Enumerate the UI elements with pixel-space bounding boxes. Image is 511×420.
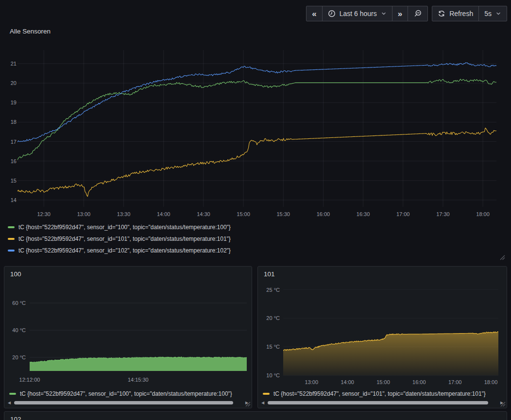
refresh-button[interactable]: Refresh xyxy=(432,6,478,21)
svg-text:20 °C: 20 °C xyxy=(266,315,280,321)
svg-text:15: 15 xyxy=(11,178,17,184)
scrollbar-left-arrow[interactable]: ◀ xyxy=(260,401,266,405)
refresh-interval-label: 5s xyxy=(484,10,492,17)
svg-text:13:00: 13:00 xyxy=(305,379,319,385)
svg-text:14:15:30: 14:15:30 xyxy=(128,377,149,383)
legend-item-sensor-101[interactable]: tC {host="522bf9592d47", sensor_id="101"… xyxy=(263,389,505,399)
panel-title-101[interactable]: 101 xyxy=(264,270,275,278)
panel-title-alle-sensoren[interactable]: Alle Sensoren xyxy=(10,28,51,35)
area-chart-101[interactable]: 10 °C15 °C20 °C25 °C13:0014:0015:0016:00… xyxy=(258,267,507,388)
time-range-group: « Last 6 hours » xyxy=(306,6,428,21)
refresh-group: Refresh 5s xyxy=(432,6,507,21)
legend-label: tC {host="522bf9592d47", sensor_id="100"… xyxy=(20,390,232,397)
svg-text:14:00: 14:00 xyxy=(341,379,354,385)
svg-text:12:12:00: 12:12:00 xyxy=(19,377,40,383)
time-range-picker[interactable]: Last 6 hours xyxy=(322,6,392,21)
legend-label: tC {host="522bf9592d47", sensor_id="100"… xyxy=(18,224,231,231)
panel-title-102[interactable]: 102 xyxy=(10,416,21,420)
series-swatch-100 xyxy=(8,226,15,228)
svg-text:14: 14 xyxy=(11,197,17,203)
panel-102: 102 xyxy=(4,411,507,420)
chevron-down-icon xyxy=(495,11,501,17)
scrollbar-thumb[interactable] xyxy=(268,401,488,404)
svg-text:13:30: 13:30 xyxy=(117,211,131,217)
svg-text:15:00: 15:00 xyxy=(376,379,390,385)
series-swatch-102 xyxy=(8,250,15,252)
svg-text:20: 20 xyxy=(11,80,17,86)
horizontal-scrollbar: ◀ ▶ xyxy=(6,400,250,405)
series-swatch-101 xyxy=(263,393,270,395)
scrollbar-left-arrow[interactable]: ◀ xyxy=(6,401,12,405)
svg-text:17:00: 17:00 xyxy=(448,379,462,385)
series-swatch-101 xyxy=(8,238,15,240)
panel-title-100[interactable]: 100 xyxy=(10,270,21,278)
svg-text:10 °C: 10 °C xyxy=(266,372,280,378)
panel-101: 101 10 °C15 °C20 °C25 °C13:0014:0015:001… xyxy=(257,266,507,408)
time-series-chart-alle-sensoren[interactable]: 141516171819202112:3013:0013:3014:0014:3… xyxy=(4,47,507,219)
svg-text:16: 16 xyxy=(11,158,17,164)
time-range-label: Last 6 hours xyxy=(340,10,377,17)
svg-text:20 °C: 20 °C xyxy=(12,354,26,360)
legend-item-sensor-101[interactable]: tC {host="522bf9592d47", sensor_id="101"… xyxy=(8,233,231,245)
area-chart-100[interactable]: 20 °C40 °C60 °C12:12:0014:15:30 xyxy=(4,267,252,388)
legend-label: tC {host="522bf9592d47", sensor_id="102"… xyxy=(18,247,231,254)
svg-text:17:30: 17:30 xyxy=(436,211,450,217)
dashboard-toolbar: « Last 6 hours » xyxy=(306,6,507,21)
panel-resize-handle[interactable] xyxy=(500,401,506,407)
svg-text:19: 19 xyxy=(11,100,17,105)
svg-text:16:30: 16:30 xyxy=(357,211,370,217)
chevron-down-icon xyxy=(381,11,387,17)
zoom-out-button[interactable] xyxy=(408,6,427,21)
double-chevron-right-icon: » xyxy=(398,10,402,18)
double-chevron-left-icon: « xyxy=(312,10,316,18)
svg-text:17: 17 xyxy=(11,139,17,145)
horizontal-scrollbar: ◀ ▶ xyxy=(260,400,505,405)
legend-item-sensor-100[interactable]: tC {host="522bf9592d47", sensor_id="100"… xyxy=(8,221,231,233)
legend-item-sensor-102[interactable]: tC {host="522bf9592d47", sensor_id="102"… xyxy=(8,245,231,256)
legend-100: tC {host="522bf9592d47", sensor_id="100"… xyxy=(9,389,250,399)
svg-text:15:00: 15:00 xyxy=(237,211,250,217)
refresh-label: Refresh xyxy=(449,10,473,17)
svg-text:14:00: 14:00 xyxy=(157,211,170,217)
svg-text:18: 18 xyxy=(11,119,17,125)
svg-text:16:00: 16:00 xyxy=(412,379,426,385)
panel-100: 100 20 °C40 °C60 °C12:12:0014:15:30 tC {… xyxy=(4,266,252,408)
legend-label: tC {host="522bf9592d47", sensor_id="101"… xyxy=(273,390,486,397)
series-swatch-100 xyxy=(9,393,16,395)
refresh-interval-dropdown[interactable]: 5s xyxy=(478,6,507,21)
svg-text:21: 21 xyxy=(11,61,17,67)
svg-text:15 °C: 15 °C xyxy=(266,344,280,350)
svg-text:25 °C: 25 °C xyxy=(266,287,280,293)
svg-text:12:30: 12:30 xyxy=(37,211,51,217)
panel-resize-handle[interactable] xyxy=(499,254,506,261)
legend-label: tC {host="522bf9592d47", sensor_id="101"… xyxy=(18,235,231,242)
svg-text:13:00: 13:00 xyxy=(77,211,91,217)
legend-alle-sensoren: tC {host="522bf9592d47", sensor_id="100"… xyxy=(8,221,231,256)
time-shift-back-button[interactable]: « xyxy=(307,6,322,21)
svg-text:17:00: 17:00 xyxy=(396,211,410,217)
scrollbar-thumb[interactable] xyxy=(14,401,233,404)
svg-text:18:00: 18:00 xyxy=(476,211,490,217)
zoom-out-icon xyxy=(413,9,422,18)
clock-icon xyxy=(328,10,336,17)
time-shift-forward-button[interactable]: » xyxy=(392,6,408,21)
refresh-icon xyxy=(438,10,445,17)
svg-text:40 °C: 40 °C xyxy=(12,327,26,333)
panel-resize-handle[interactable] xyxy=(245,401,251,407)
legend-101: tC {host="522bf9592d47", sensor_id="101"… xyxy=(263,389,505,399)
legend-item-sensor-100[interactable]: tC {host="522bf9592d47", sensor_id="100"… xyxy=(9,389,250,399)
svg-text:18:00: 18:00 xyxy=(484,379,498,385)
svg-text:60 °C: 60 °C xyxy=(12,300,26,306)
svg-text:14:30: 14:30 xyxy=(197,211,210,217)
svg-text:15:30: 15:30 xyxy=(276,211,290,217)
svg-text:16:00: 16:00 xyxy=(317,211,330,217)
